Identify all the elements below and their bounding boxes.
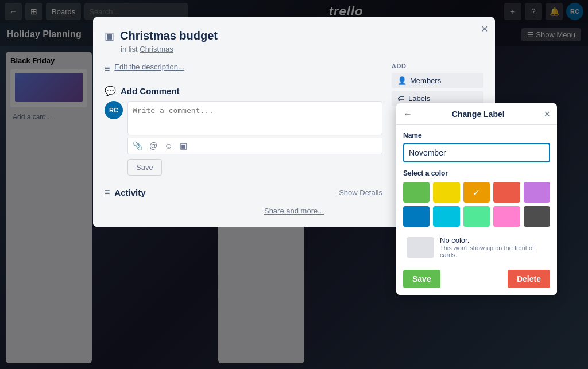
delete-label-button[interactable]: Delete: [508, 270, 550, 288]
close-icon[interactable]: ×: [481, 23, 488, 34]
name-field-label: Name: [403, 131, 550, 139]
label-name-input[interactable]: [403, 143, 550, 162]
color-swatch-6[interactable]: [433, 206, 459, 227]
activity-title: Activity: [114, 188, 145, 197]
mention-icon[interactable]: @: [149, 141, 157, 150]
activity-section: ≡ Activity Show Details: [105, 187, 382, 197]
color-grid: ✓: [403, 182, 550, 227]
popup-close-button[interactable]: ×: [544, 109, 550, 119]
comment-textarea[interactable]: [127, 101, 382, 135]
attach-icon[interactable]: 📎: [133, 141, 142, 150]
change-label-popup: ← Change Label × Name Select a color ✓ N…: [396, 103, 557, 295]
card-icon: ▣: [105, 30, 114, 42]
no-color-option[interactable]: No color. This won't show up on the fron…: [403, 232, 550, 262]
add-comment-title: Add Comment: [121, 86, 180, 96]
members-icon: 👤: [397, 76, 407, 85]
avatar: RC: [105, 101, 123, 119]
comment-input-area: 📎 @ ☺ ▣ Save: [127, 101, 382, 176]
labels-icon: 🏷: [397, 94, 405, 103]
card-subtitle: in list Christmas: [121, 45, 483, 53]
color-swatch-2[interactable]: ✓: [463, 182, 490, 203]
no-color-swatch: [407, 237, 434, 258]
members-button[interactable]: 👤 Members: [392, 73, 483, 88]
color-swatch-9[interactable]: [524, 206, 550, 227]
labels-label: Labels: [408, 94, 430, 103]
card-icon-small[interactable]: ▣: [180, 141, 187, 150]
popup-title: Change Label: [412, 110, 544, 119]
color-swatch-3[interactable]: [493, 182, 520, 203]
color-swatch-4[interactable]: [524, 182, 550, 203]
comment-area: RC 📎 @ ☺ ▣ Save: [105, 101, 382, 176]
description-icon: ≡: [105, 64, 110, 74]
emoji-icon[interactable]: ☺: [164, 141, 172, 150]
modal-header: ▣ Christmas budget: [105, 29, 483, 42]
in-list-prefix: in list: [121, 45, 138, 53]
comment-toolbar: 📎 @ ☺ ▣: [127, 138, 382, 154]
show-details-link[interactable]: Show Details: [339, 188, 382, 197]
save-label-button[interactable]: Save: [403, 270, 440, 288]
members-label: Members: [410, 76, 441, 85]
popup-back-button[interactable]: ←: [403, 109, 412, 119]
color-section-label: Select a color: [403, 169, 550, 177]
no-color-text-area: No color. This won't show up on the fron…: [440, 236, 547, 258]
description-area: ≡ Edit the description...: [105, 63, 382, 74]
color-swatch-0[interactable]: [403, 182, 430, 203]
save-comment-button[interactable]: Save: [127, 159, 162, 176]
no-color-label: No color.: [440, 236, 547, 244]
color-swatch-8[interactable]: [493, 206, 520, 227]
add-comment-header: 💬 Add Comment: [105, 86, 382, 96]
edit-description-link[interactable]: Edit the description...: [114, 63, 184, 74]
color-swatch-5[interactable]: [403, 206, 430, 227]
card-title: Christmas budget: [120, 29, 218, 42]
popup-header: ← Change Label ×: [396, 103, 557, 125]
color-swatch-1[interactable]: [433, 182, 459, 203]
color-swatch-7[interactable]: [463, 206, 490, 227]
no-color-subtext: This won't show up on the front of cards…: [440, 244, 547, 258]
activity-left: ≡ Activity: [105, 187, 146, 197]
popup-actions: Save Delete: [403, 270, 550, 288]
activity-icon: ≡: [105, 187, 110, 197]
comment-icon: 💬: [105, 86, 116, 96]
modal-main: ≡ Edit the description... 💬 Add Comment …: [105, 63, 382, 197]
modal-overlay: × ▣ Christmas budget in list Christmas ≡…: [0, 0, 588, 369]
add-section-title: Add: [392, 63, 483, 69]
popup-body: Name Select a color ✓ No color. This won…: [396, 125, 557, 295]
list-name-link[interactable]: Christmas: [140, 45, 173, 53]
